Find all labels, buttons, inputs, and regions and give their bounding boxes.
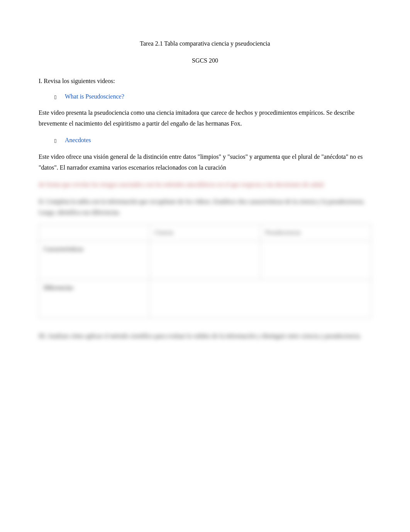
bullet-icon: ▯	[54, 93, 65, 101]
video-description-2: Este video ofrece una visión general de …	[39, 151, 371, 173]
table-row: Características	[39, 241, 371, 279]
section-1-heading: I. Revisa los siguientes videos:	[39, 76, 371, 86]
table-header-ciencia: Ciencia	[150, 224, 261, 241]
table-row: Diferencias	[39, 279, 371, 318]
list-item: ▯ Anecdotes	[39, 135, 371, 145]
blurred-section-2-heading: II. Completa la tabla con la información…	[39, 196, 371, 218]
locked-content: de forma que revelar los riesgos asociad…	[39, 179, 371, 342]
table-header-pseudociencia: Pseudociencia	[261, 224, 371, 241]
table-header-row: Ciencia Pseudociencia	[39, 224, 371, 241]
table-cell	[261, 241, 371, 279]
blurred-paragraph: de forma que revelar los riesgos asociad…	[39, 179, 371, 190]
video-description-1: Este video presenta la pseudociencia com…	[39, 107, 371, 129]
table-header-empty	[39, 224, 150, 241]
bullet-icon: ▯	[54, 137, 65, 144]
video-link-pseudoscience[interactable]: What is Pseudoscience?	[65, 92, 124, 102]
document-subtitle: SGCS 200	[39, 56, 371, 66]
row-label-caracteristicas: Características	[39, 241, 150, 279]
comparison-table: Ciencia Pseudociencia Características Di…	[39, 224, 371, 318]
table-cell-merged	[150, 279, 371, 318]
blurred-section-3-heading: III. Analizar cómo aplicar el método cie…	[39, 331, 371, 342]
row-label-diferencias: Diferencias	[39, 279, 150, 318]
document-title: Tarea 2.1 Tabla comparativa ciencia y ps…	[39, 39, 371, 49]
video-link-anecdotes[interactable]: Anecdotes	[65, 135, 91, 145]
list-item: ▯ What is Pseudoscience?	[39, 92, 371, 102]
table-cell	[150, 241, 261, 279]
